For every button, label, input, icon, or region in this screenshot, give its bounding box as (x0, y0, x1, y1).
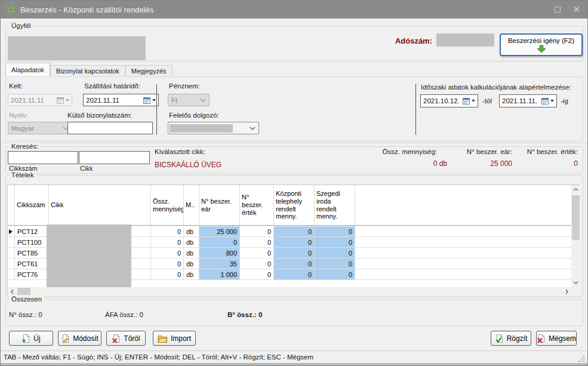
modify-button[interactable]: Módosít (58, 331, 101, 346)
import-button[interactable]: Import (153, 331, 196, 346)
cell-beszer-ertek[interactable]: 0 (240, 226, 274, 236)
stat-beszer-ear: N° beszer. eár: 25 000 (454, 148, 512, 168)
cell-cikkszam[interactable]: PCT100 (15, 237, 49, 247)
cell-cikkszam[interactable]: PCT12 (15, 226, 49, 236)
osszesen-group-label: Összesen (9, 295, 44, 304)
vertical-scrollbar[interactable] (571, 185, 580, 287)
cell-kozponti[interactable]: 0 (274, 248, 315, 258)
cell-me[interactable]: db (184, 226, 199, 236)
grid-header-selector[interactable] (8, 185, 15, 225)
cell-cikkszam[interactable]: PCT85 (15, 248, 49, 258)
save-button[interactable]: Rögzít (491, 331, 531, 346)
cell-me[interactable]: db (184, 237, 199, 247)
grid-header-beszer-ear[interactable]: N° beszer. eár (199, 185, 240, 225)
cell-cikkszam[interactable]: PCT61 (15, 259, 49, 269)
cancel-button[interactable]: Mégsem (536, 331, 577, 346)
grid-header-cikk[interactable]: Cikk (49, 185, 151, 225)
afa-ossz-total: ÁFA össz.: 0 (105, 311, 143, 318)
cell-beszer-ertek[interactable]: 0 (240, 237, 274, 247)
cell-ossz-mennyiseg[interactable]: 0 (151, 269, 184, 279)
cell-szegedi[interactable]: 0 (315, 226, 355, 236)
kulso-bizonylatszam-input[interactable] (67, 122, 153, 134)
felelos-dolgozo-label: Felelős dolgozó: (169, 112, 219, 119)
idoszaki-ig-datepicker[interactable]: 2021.11.11. (499, 94, 557, 107)
cell-kozponti[interactable]: 0 (274, 226, 315, 236)
restore-icon[interactable] (548, 1, 567, 19)
n-ossz-total: N° össz.: 0 (9, 311, 42, 318)
stat-value: 0 db (353, 159, 447, 168)
tab-bizonylat-kapcsolatok[interactable]: Bizonylat kapcsolatok (50, 65, 125, 76)
vertical-scrollbar-thumb[interactable] (572, 195, 580, 240)
grid-header-ossz-mennyiseg[interactable]: Össz. mennyiség (151, 185, 184, 225)
cell-kozponti[interactable]: 0 (274, 237, 315, 247)
stat-ossz-mennyiseg: Össz. mennyiség: 0 db (353, 148, 447, 168)
cell-ossz-mennyiseg[interactable]: 0 (151, 237, 184, 247)
grid-header-beszer-ertek[interactable]: N° beszer. érték (240, 185, 274, 225)
cell-beszer-ear[interactable]: 25 000 (199, 226, 240, 236)
cell-kozponti[interactable]: 0 (274, 269, 315, 279)
cell-me[interactable]: db (184, 269, 199, 279)
calendar-icon (463, 97, 470, 104)
cell-beszer-ertek[interactable]: 0 (240, 269, 274, 279)
felelos-dolgozo-combobox[interactable] (168, 122, 259, 134)
kereses-cikk-input[interactable] (79, 151, 150, 164)
cell-beszer-ear[interactable]: 35 (199, 259, 240, 269)
row-selector[interactable] (8, 237, 15, 247)
chevron-down-icon (250, 127, 255, 130)
kivalasztott-cikk-label: Kiválasztott cikk: (155, 148, 205, 155)
close-icon[interactable]: ✕ (567, 1, 586, 19)
afa-ossz-label: ÁFA össz.: (105, 311, 137, 318)
row-selector[interactable] (8, 259, 15, 269)
new-button[interactable]: Új (9, 331, 53, 346)
row-selector[interactable] (8, 226, 15, 236)
cell-beszer-ear[interactable]: 0 (199, 237, 240, 247)
cell-beszer-ear[interactable]: 1 000 (199, 269, 240, 279)
cell-beszer-ertek[interactable]: 0 (240, 259, 274, 269)
status-bar-text: TAB - Mező váltás; F1 - Súgó; INS - Új; … (4, 353, 313, 361)
kivalasztott-cikk-value: BICSKAÁLLÓ ÜVEG (155, 161, 221, 169)
horizontal-scrollbar[interactable] (8, 287, 571, 296)
grid-header-cikkszam[interactable]: Cikkszám (15, 185, 49, 225)
calendar-icon (143, 97, 150, 104)
grid-header-szegedi[interactable]: Szegedi iroda rendelt menny. (315, 185, 355, 225)
cell-ossz-mennyiseg[interactable]: 0 (151, 226, 184, 236)
idoszaki-tol-datepicker[interactable]: 2021.10.12. (420, 94, 478, 107)
dropdown-arrow-icon (66, 99, 69, 102)
beszerzesi-igeny-button[interactable]: Beszerzési igény (F2) (500, 33, 583, 56)
cell-szegedi[interactable]: 0 (315, 269, 355, 279)
cancel-button-label: Mégsem (549, 334, 576, 343)
scroll-right-icon[interactable] (562, 287, 571, 296)
cell-szegedi[interactable]: 0 (315, 259, 355, 269)
section-divider (1, 143, 588, 143)
osszesen-group: Összesen (5, 299, 583, 326)
cell-ossz-mennyiseg[interactable]: 0 (151, 248, 184, 258)
cell-szegedi[interactable]: 0 (315, 237, 355, 247)
cell-cikkszam[interactable]: PCT76 (15, 269, 49, 279)
cell-me[interactable]: db (184, 259, 199, 269)
cell-szegedi[interactable]: 0 (315, 248, 355, 258)
tab-megjegyzes[interactable]: Megjegyzés (125, 65, 173, 76)
scroll-down-icon[interactable] (571, 278, 580, 287)
kereses-cikkszam-input[interactable] (8, 151, 78, 164)
penznem-combobox[interactable]: Ft (168, 94, 210, 106)
nyelv-combobox[interactable]: Magyar (8, 122, 72, 134)
grid-header-kozponti[interactable]: Központi telephely rendelt menny. (274, 185, 315, 225)
delete-button[interactable]: Töröl (106, 331, 146, 346)
tab-alapadatok[interactable]: Alapadatok (5, 63, 50, 76)
grid-header-me[interactable]: M.. (184, 185, 199, 225)
row-selector[interactable] (8, 269, 15, 279)
kelt-label: Kelt: (9, 82, 23, 90)
szallitasi-hatarido-datepicker[interactable]: 2021.11.11 (83, 94, 159, 106)
scroll-up-icon[interactable] (571, 185, 580, 194)
cell-beszer-ear[interactable]: 800 (199, 248, 240, 258)
cell-ossz-mennyiseg[interactable]: 0 (151, 259, 184, 269)
idoszaki-tol-suffix: -tól (482, 97, 492, 104)
row-selector[interactable] (8, 248, 15, 258)
cell-beszer-ertek[interactable]: 0 (240, 248, 274, 258)
szallitasi-hatarido-label: Szállítási határidő: (84, 82, 140, 90)
kelt-datepicker[interactable]: 2021.11.11 (8, 94, 72, 106)
redacted-tax-number (436, 33, 494, 47)
kereses-group-label: Keresés: (9, 142, 41, 151)
cell-kozponti[interactable]: 0 (274, 259, 315, 269)
cell-me[interactable]: db (184, 248, 199, 258)
